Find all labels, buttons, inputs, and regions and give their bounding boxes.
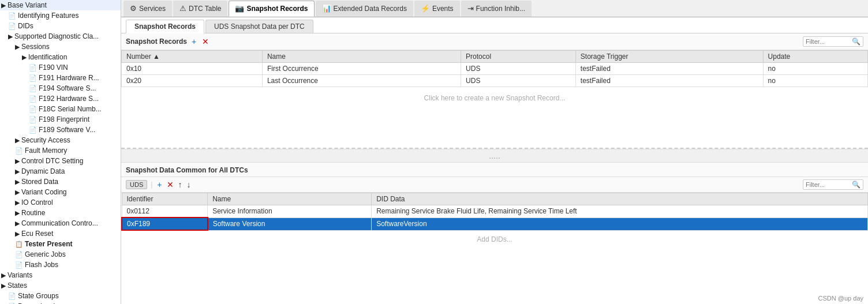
sub-tab-0[interactable]: Snapshot Records: [126, 20, 204, 33]
sidebar-item-9[interactable]: 📄F192 Hardware S...: [0, 93, 121, 104]
sidebar-item-23[interactable]: 📋Tester Present: [0, 239, 121, 249]
sidebar-item-13[interactable]: ▶Security Access: [0, 135, 121, 145]
sidebar-icon-21: ▶: [15, 220, 20, 227]
sidebar-icon-5: ▶: [22, 54, 27, 61]
snapshot-section-title: Snapshot Records: [126, 37, 187, 46]
snapshot-filter-input[interactable]: [806, 38, 852, 45]
table-row[interactable]: 0xF189Software VersionSoftwareVersion: [122, 217, 868, 230]
sidebar-item-6[interactable]: 📄F190 VIN: [0, 62, 121, 73]
sidebar-item-20[interactable]: ▶Routine: [0, 208, 121, 218]
sidebar-item-19[interactable]: ▶IO Control: [0, 197, 121, 208]
sidebar-item-14[interactable]: 📄Fault Memory: [0, 145, 121, 156]
bottom-table-scroll: IdentifierNameDID Data 0x0112Service Inf…: [121, 193, 868, 304]
tab-icon-4: ⚡: [421, 4, 430, 13]
bottom-cell-0-2: Remaining Service Brake Fluid Life, Rema…: [372, 205, 868, 218]
move-down-btn[interactable]: ↓: [186, 181, 192, 189]
sidebar-item-18[interactable]: ▶Variant Coding: [0, 187, 121, 197]
sidebar-item-2[interactable]: 📄DIDs: [0, 21, 121, 31]
sidebar-item-27[interactable]: ▶States: [0, 280, 121, 291]
snapshot-table-header: Number ▲NameProtocolStorage TriggerUpdat…: [122, 51, 868, 63]
sidebar-icon-18: ▶: [15, 189, 20, 196]
snapshot-col-header-4[interactable]: Update: [763, 51, 867, 63]
bottom-filter-input[interactable]: [806, 181, 852, 188]
snapshot-col-header-0[interactable]: Number ▲: [122, 51, 263, 63]
sidebar-item-21[interactable]: ▶Communication Contro...: [0, 218, 121, 228]
delete-did-btn[interactable]: ✕: [166, 181, 175, 189]
sidebar-item-24[interactable]: 📄Generic Jobs: [0, 249, 121, 260]
add-did-btn[interactable]: +: [156, 181, 163, 189]
bottom-col-header-1[interactable]: Name: [208, 193, 372, 205]
top-tab-bar: ⚙Services⚠DTC Table📷Snapshot Records📊Ext…: [121, 0, 868, 17]
top-tab-function-inhib...[interactable]: ⇥Function Inhib...: [461, 1, 532, 17]
snapshot-col-header-3[interactable]: Storage Trigger: [575, 51, 763, 63]
sidebar-item-17[interactable]: ▶Stored Data: [0, 177, 121, 187]
table-row[interactable]: 0x20Last OccurrenceUDStestFailedno: [122, 75, 868, 87]
bottom-search-icon: 🔍: [852, 181, 860, 189]
sidebar-icon-22: ▶: [15, 230, 20, 238]
sidebar-icon-28: 📄: [8, 292, 16, 300]
sidebar-item-5[interactable]: ▶Identification: [0, 52, 121, 62]
sidebar-item-3[interactable]: ▶Supported Diagnostic Cla...: [0, 31, 121, 42]
sidebar-icon-13: ▶: [15, 137, 20, 144]
table-row[interactable]: 0x0112Service InformationRemaining Servi…: [122, 205, 868, 218]
snapshot-table-scroll: Number ▲NameProtocolStorage TriggerUpdat…: [121, 50, 868, 148]
snapshot-col-header-1[interactable]: Name: [262, 51, 461, 63]
sidebar-item-11[interactable]: 📄F198 Fingerprint: [0, 114, 121, 125]
top-tab-events[interactable]: ⚡Events: [414, 1, 460, 17]
sidebar-item-15[interactable]: ▶Control DTC Setting: [0, 156, 121, 166]
sidebar-icon-10: 📄: [29, 106, 37, 113]
top-tab-services[interactable]: ⚙Services: [124, 1, 172, 17]
top-tab-dtc-table[interactable]: ⚠DTC Table: [173, 1, 227, 17]
sidebar-item-10[interactable]: 📄F18C Serial Numb...: [0, 104, 121, 114]
snapshot-toolbar: Snapshot Records + ✕ 🔍: [121, 33, 868, 50]
top-tab-snapshot-records[interactable]: 📷Snapshot Records: [229, 1, 314, 17]
snapshot-cell-0-4: no: [763, 63, 867, 75]
uds-badge: UDS: [126, 180, 147, 189]
bottom-col-header-2[interactable]: DID Data: [372, 193, 868, 205]
sidebar-item-22[interactable]: ▶Ecu Reset: [0, 228, 121, 239]
sidebar-icon-7: 📄: [29, 74, 37, 82]
sidebar-icon-27: ▶: [1, 282, 6, 290]
sidebar-item-26[interactable]: ▶Variants: [0, 270, 121, 280]
create-snapshot-hint[interactable]: Click here to create a new Snapshot Reco…: [121, 87, 868, 109]
sidebar-item-29[interactable]: 📄Dependencies: [0, 301, 121, 304]
section-divider[interactable]: .....: [121, 149, 868, 163]
sidebar-icon-14: 📄: [15, 147, 23, 155]
snapshot-cell-1-1: Last Occurrence: [262, 75, 461, 87]
add-dids-hint[interactable]: Add DIDs...: [121, 231, 868, 248]
sidebar-item-8[interactable]: 📄F194 Software S...: [0, 83, 121, 93]
bottom-cell-1-0: 0xF189: [122, 217, 208, 230]
sidebar-item-1[interactable]: 📄Identifying Features: [0, 10, 121, 21]
sub-tab-1[interactable]: UDS Snapshot Data per DTC: [205, 20, 313, 33]
sidebar-icon-9: 📄: [29, 95, 37, 103]
bottom-table-body: 0x0112Service InformationRemaining Servi…: [122, 205, 868, 231]
table-row[interactable]: 0x10First OccurrenceUDStestFailedno: [122, 63, 868, 75]
sidebar-item-12[interactable]: 📄F189 Software V...: [0, 125, 121, 135]
move-up-btn[interactable]: ↑: [177, 181, 184, 189]
sidebar-icon-2: 📄: [8, 22, 16, 30]
snapshot-cell-0-3: testFailed: [575, 63, 763, 75]
add-snapshot-btn[interactable]: +: [190, 37, 197, 46]
sidebar-item-4[interactable]: ▶Sessions: [0, 42, 121, 52]
snapshot-col-header-2[interactable]: Protocol: [461, 51, 576, 63]
delete-snapshot-btn[interactable]: ✕: [201, 37, 210, 46]
sub-tab-bar: Snapshot RecordsUDS Snapshot Data per DT…: [121, 17, 868, 33]
sidebar-item-28[interactable]: 📄State Groups: [0, 291, 121, 301]
content-area: Snapshot RecordsUDS Snapshot Data per DT…: [121, 17, 868, 304]
snapshot-cell-1-4: no: [763, 75, 867, 87]
sidebar-item-25[interactable]: 📄Flash Jobs: [0, 260, 121, 270]
sidebar-icon-25: 📄: [15, 261, 23, 269]
top-tab-extended-data-records[interactable]: 📊Extended Data Records: [316, 1, 413, 17]
snapshot-table-body: 0x10First OccurrenceUDStestFailedno0x20L…: [122, 63, 868, 87]
sidebar-item-16[interactable]: ▶Dynamic Data: [0, 166, 121, 177]
sidebar-icon-17: ▶: [15, 178, 20, 186]
bottom-section-title: Snapshot Data Common for All DTCs: [121, 163, 868, 177]
sidebar-item-0[interactable]: ▶Base Variant: [0, 0, 121, 10]
sidebar-icon-8: 📄: [29, 85, 37, 92]
sep1: |: [151, 181, 152, 189]
bottom-col-header-0[interactable]: Identifier: [122, 193, 208, 205]
sidebar-icon-11: 📄: [29, 116, 37, 123]
snapshot-table: Number ▲NameProtocolStorage TriggerUpdat…: [121, 50, 868, 87]
sidebar-item-7[interactable]: 📄F191 Hardware R...: [0, 73, 121, 83]
snapshot-cell-1-0: 0x20: [122, 75, 263, 87]
